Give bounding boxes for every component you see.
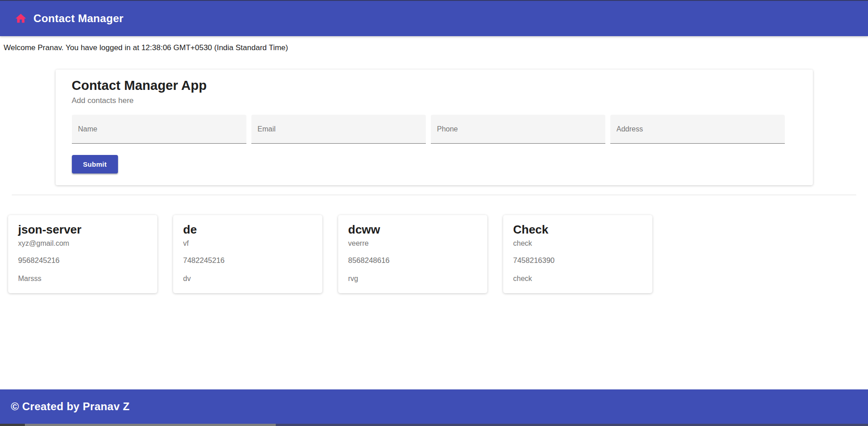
contact-phone: 7458216390 bbox=[513, 256, 642, 265]
submit-button[interactable]: Submit bbox=[72, 155, 118, 173]
contact-name: Check bbox=[513, 222, 642, 237]
contact-address: rvg bbox=[348, 274, 477, 283]
contact-phone: 7482245216 bbox=[183, 256, 312, 265]
footer-credit: © Created by Pranav Z bbox=[11, 400, 130, 413]
phone-input[interactable] bbox=[431, 115, 605, 144]
contact-phone: 9568245216 bbox=[18, 256, 147, 265]
form-card-subtitle: Add contacts here bbox=[72, 96, 797, 105]
contact-card: json-server xyz@gmail.com 9568245216 Mar… bbox=[8, 215, 157, 293]
contact-form-fields bbox=[72, 115, 797, 144]
contact-name: de bbox=[183, 222, 312, 237]
contact-phone: 8568248616 bbox=[348, 256, 477, 265]
contact-card: Check check 7458216390 check bbox=[503, 215, 652, 293]
section-divider bbox=[12, 195, 856, 195]
contact-email: check bbox=[513, 239, 642, 248]
app-title: Contact Manager bbox=[33, 12, 123, 25]
app-footer: © Created by Pranav Z bbox=[0, 389, 868, 424]
contact-email: xyz@gmail.com bbox=[18, 239, 147, 248]
contact-address: dv bbox=[183, 274, 312, 283]
welcome-message: Welcome Pranav. You have logged in at 12… bbox=[4, 43, 868, 52]
contact-form-card: Contact Manager App Add contacts here Su… bbox=[56, 70, 813, 185]
name-input[interactable] bbox=[72, 115, 246, 144]
email-input[interactable] bbox=[251, 115, 426, 144]
contact-address: check bbox=[513, 274, 642, 283]
contact-name: dcww bbox=[348, 222, 477, 237]
contact-email: veerre bbox=[348, 239, 477, 248]
contact-card: dcww veerre 8568248616 rvg bbox=[338, 215, 487, 293]
contact-name: json-server bbox=[18, 222, 147, 237]
main-content: Welcome Pranav. You have logged in at 12… bbox=[0, 36, 868, 389]
horizontal-scrollbar[interactable] bbox=[0, 424, 868, 426]
contacts-list: json-server xyz@gmail.com 9568245216 Mar… bbox=[0, 215, 868, 293]
form-card-title: Contact Manager App bbox=[72, 78, 797, 94]
scrollbar-corner bbox=[0, 424, 25, 426]
app-navbar: Contact Manager bbox=[0, 0, 868, 36]
contact-card: de vf 7482245216 dv bbox=[173, 215, 322, 293]
scrollbar-thumb[interactable] bbox=[25, 424, 276, 426]
contact-address: Marsss bbox=[18, 274, 147, 283]
home-icon[interactable] bbox=[14, 12, 27, 25]
contact-email: vf bbox=[183, 239, 312, 248]
address-input[interactable] bbox=[610, 115, 785, 144]
